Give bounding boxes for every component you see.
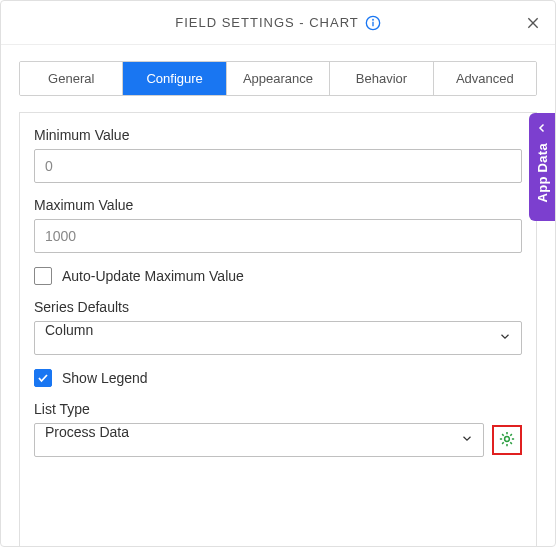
tab-appearance[interactable]: Appearance <box>227 62 330 95</box>
series-defaults-label: Series Defaults <box>34 299 522 315</box>
auto-update-label: Auto-Update Maximum Value <box>62 268 244 284</box>
list-type-label: List Type <box>34 401 522 417</box>
chevron-left-icon <box>536 121 548 137</box>
auto-update-checkbox[interactable] <box>34 267 52 285</box>
svg-point-2 <box>372 19 373 20</box>
tab-advanced[interactable]: Advanced <box>434 62 536 95</box>
dialog-title: FIELD SETTINGS - CHART <box>175 15 359 30</box>
minimum-value-label: Minimum Value <box>34 127 522 143</box>
tab-configure[interactable]: Configure <box>123 62 226 95</box>
minimum-value-input[interactable] <box>34 149 522 183</box>
app-data-panel-toggle[interactable]: App Data <box>529 113 555 221</box>
gear-icon <box>498 430 516 451</box>
app-data-label: App Data <box>535 143 550 202</box>
series-defaults-select[interactable]: Column <box>34 321 522 355</box>
form-area: Minimum Value Maximum Value Auto-Update … <box>19 112 537 547</box>
list-type-settings-button[interactable] <box>492 425 522 455</box>
info-icon[interactable] <box>365 15 381 31</box>
maximum-value-input[interactable] <box>34 219 522 253</box>
show-legend-checkbox[interactable] <box>34 369 52 387</box>
tab-bar: General Configure Appearance Behavior Ad… <box>19 61 537 96</box>
dialog-header: FIELD SETTINGS - CHART <box>1 1 555 45</box>
maximum-value-label: Maximum Value <box>34 197 522 213</box>
show-legend-label: Show Legend <box>62 370 148 386</box>
tab-general[interactable]: General <box>20 62 123 95</box>
close-button[interactable] <box>521 11 545 35</box>
svg-point-5 <box>505 436 510 441</box>
list-type-select[interactable]: Process Data <box>34 423 484 457</box>
tab-behavior[interactable]: Behavior <box>330 62 433 95</box>
